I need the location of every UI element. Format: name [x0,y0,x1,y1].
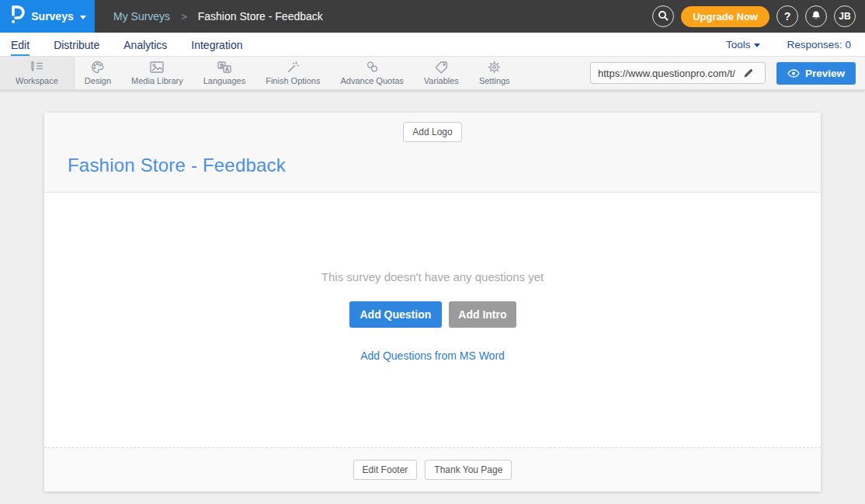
tab-distribute[interactable]: Distribute [54,35,111,54]
chevron-down-icon [754,43,760,47]
thank-you-page-button[interactable]: Thank You Page [425,460,512,480]
survey-editor-card: Add Logo Fashion Store - Feedback This s… [44,113,821,492]
toolbar-right: Preview [590,57,865,89]
add-intro-button[interactable]: Add Intro [449,301,516,328]
survey-title[interactable]: Fashion Store - Feedback [68,155,797,176]
edit-footer-button[interactable]: Edit Footer [353,460,418,480]
tag-icon [435,61,448,75]
gear-icon [488,61,501,75]
add-question-button[interactable]: Add Question [349,301,443,328]
toolbar-item-workspace[interactable]: Workspace [0,57,75,89]
bell-icon [811,10,822,23]
tab-integration[interactable]: Integration [191,35,254,54]
avatar-initials: JB [839,11,850,22]
breadcrumb-my-surveys[interactable]: My Surveys [113,10,170,23]
toolbar-item-finish-options[interactable]: Finish Options [255,57,330,89]
edit-url-pencil-icon[interactable] [738,68,759,78]
main-tabs: Edit Distribute Analytics Integration [11,35,266,54]
survey-footer: Edit Footer Thank You Page [44,447,821,492]
add-logo-button[interactable]: Add Logo [403,122,461,142]
questionpro-logo-icon [9,5,25,28]
help-button[interactable]: ? [776,5,798,27]
product-label: Surveys [31,10,73,23]
breadcrumb: My Surveys > Fashion Store - Feedback [113,10,323,23]
chevron-down-icon [80,16,86,19]
image-icon [150,61,164,75]
tab-analytics[interactable]: Analytics [123,35,179,54]
toolbar-item-media-library[interactable]: Media Library [121,57,193,89]
responses-count[interactable]: Responses: 0 [787,39,851,50]
translate-icon [217,61,231,75]
toolbar-item-design[interactable]: Design [75,57,121,89]
breadcrumb-separator: > [181,11,187,23]
toolbar-item-variables[interactable]: Variables [414,57,469,89]
nav-row-right: Tools Responses: 0 [726,39,865,50]
top-bar: Surveys My Surveys > Fashion Store - Fee… [0,0,865,33]
breadcrumb-current-survey: Fashion Store - Feedback [198,10,323,23]
survey-url-field-wrap [590,62,766,84]
magic-wand-icon [287,61,300,75]
toolbar-item-advance-quotas[interactable]: Advance Quotas [330,57,413,89]
tools-dropdown[interactable]: Tools [726,39,761,50]
add-questions-from-msword-link[interactable]: Add Questions from MS Word [360,349,505,362]
survey-url-input[interactable] [591,68,738,79]
topbar-actions: Upgrade Now ? JB [652,5,865,27]
eye-icon [787,69,800,78]
palette-icon [91,61,104,75]
question-mark-icon: ? [784,10,791,23]
notifications-button[interactable] [805,5,827,27]
preview-button[interactable]: Preview [776,62,856,85]
workspace-icon [29,61,44,75]
chain-links-icon [366,61,379,75]
tools-label: Tools [726,39,751,50]
product-switcher[interactable]: Surveys [0,0,95,33]
survey-toolbar: Workspace Design Media Library [0,57,865,90]
empty-survey-message: This survey doesn't have any questions y… [321,270,544,283]
survey-header: Add Logo Fashion Store - Feedback [44,113,821,193]
tab-edit[interactable]: Edit [11,35,41,54]
upgrade-now-button[interactable]: Upgrade Now [681,6,769,27]
toolbar-item-languages[interactable]: Languages [193,57,255,89]
search-icon [658,10,669,23]
toolbar-item-settings[interactable]: Settings [469,57,520,89]
survey-body: This survey doesn't have any questions y… [44,193,821,447]
nav-row: Edit Distribute Analytics Integration To… [0,33,865,57]
avatar[interactable]: JB [834,5,856,27]
search-button[interactable] [652,5,674,27]
preview-label: Preview [805,68,845,79]
